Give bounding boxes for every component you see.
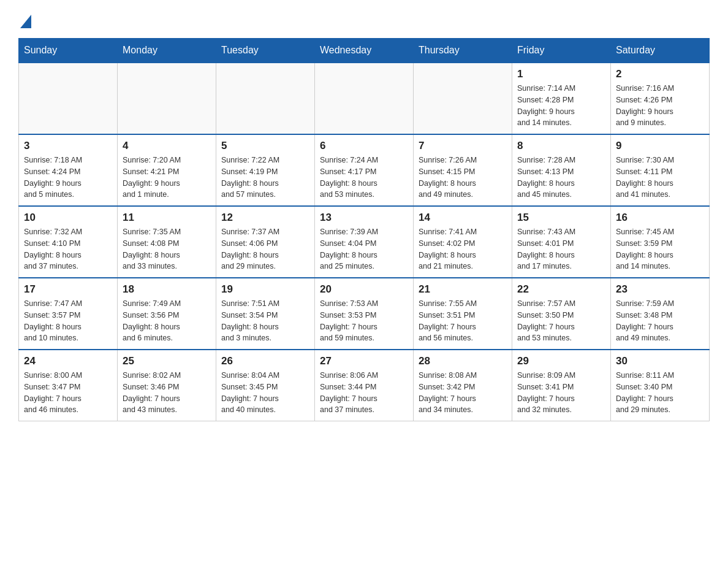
day-info: Sunrise: 7:35 AMSunset: 4:08 PMDaylight:… — [123, 226, 211, 272]
day-number: 22 — [517, 283, 605, 296]
calendar-cell: 12Sunrise: 7:37 AMSunset: 4:06 PMDayligh… — [216, 206, 315, 278]
calendar-cell: 23Sunrise: 7:59 AMSunset: 3:48 PMDayligh… — [611, 278, 710, 350]
calendar-cell: 6Sunrise: 7:24 AMSunset: 4:17 PMDaylight… — [315, 134, 414, 206]
calendar-cell: 10Sunrise: 7:32 AMSunset: 4:10 PMDayligh… — [19, 206, 118, 278]
calendar-cell: 2Sunrise: 7:16 AMSunset: 4:26 PMDaylight… — [611, 63, 710, 134]
day-number: 16 — [616, 212, 704, 224]
day-info: Sunrise: 8:06 AMSunset: 3:44 PMDaylight:… — [320, 370, 408, 416]
day-number: 2 — [616, 68, 704, 80]
calendar-cell: 13Sunrise: 7:39 AMSunset: 4:04 PMDayligh… — [315, 206, 414, 278]
calendar-cell: 15Sunrise: 7:43 AMSunset: 4:01 PMDayligh… — [512, 206, 611, 278]
day-number: 24 — [24, 355, 112, 367]
day-info: Sunrise: 8:04 AMSunset: 3:45 PMDaylight:… — [221, 370, 309, 416]
day-info: Sunrise: 7:45 AMSunset: 3:59 PMDaylight:… — [616, 226, 704, 272]
day-number: 12 — [221, 212, 309, 224]
calendar-cell: 24Sunrise: 8:00 AMSunset: 3:47 PMDayligh… — [19, 350, 118, 421]
day-number: 7 — [419, 140, 507, 152]
day-info: Sunrise: 8:09 AMSunset: 3:41 PMDaylight:… — [517, 370, 605, 416]
calendar-cell: 30Sunrise: 8:11 AMSunset: 3:40 PMDayligh… — [611, 350, 710, 421]
day-number: 23 — [616, 283, 704, 296]
day-number: 3 — [24, 140, 112, 152]
weekday-header-thursday: Thursday — [414, 39, 512, 63]
day-number: 1 — [517, 68, 605, 80]
calendar-week-3: 10Sunrise: 7:32 AMSunset: 4:10 PMDayligh… — [19, 206, 710, 278]
day-number: 11 — [123, 212, 211, 224]
calendar-cell — [118, 63, 216, 134]
day-info: Sunrise: 7:30 AMSunset: 4:11 PMDaylight:… — [616, 155, 704, 201]
calendar-cell — [216, 63, 315, 134]
day-number: 13 — [320, 212, 408, 224]
calendar-cell: 3Sunrise: 7:18 AMSunset: 4:24 PMDaylight… — [19, 134, 118, 206]
weekday-header-saturday: Saturday — [611, 39, 710, 63]
day-info: Sunrise: 8:11 AMSunset: 3:40 PMDaylight:… — [616, 370, 704, 416]
day-info: Sunrise: 7:55 AMSunset: 3:51 PMDaylight:… — [419, 298, 507, 344]
logo-triangle-icon — [20, 15, 31, 28]
calendar-cell — [315, 63, 414, 134]
day-info: Sunrise: 7:51 AMSunset: 3:54 PMDaylight:… — [221, 298, 309, 344]
calendar-cell: 14Sunrise: 7:41 AMSunset: 4:02 PMDayligh… — [414, 206, 512, 278]
day-info: Sunrise: 7:57 AMSunset: 3:50 PMDaylight:… — [517, 298, 605, 344]
day-info: Sunrise: 8:02 AMSunset: 3:46 PMDaylight:… — [123, 370, 211, 416]
day-number: 10 — [24, 212, 112, 224]
day-number: 17 — [24, 283, 112, 296]
day-number: 5 — [221, 140, 309, 152]
calendar-cell: 28Sunrise: 8:08 AMSunset: 3:42 PMDayligh… — [414, 350, 512, 421]
calendar-body: 1Sunrise: 7:14 AMSunset: 4:28 PMDaylight… — [19, 63, 710, 421]
day-number: 8 — [517, 140, 605, 152]
calendar-cell: 17Sunrise: 7:47 AMSunset: 3:57 PMDayligh… — [19, 278, 118, 350]
weekday-header-row: SundayMondayTuesdayWednesdayThursdayFrid… — [19, 39, 710, 63]
calendar-cell: 21Sunrise: 7:55 AMSunset: 3:51 PMDayligh… — [414, 278, 512, 350]
calendar-cell — [414, 63, 512, 134]
day-info: Sunrise: 7:39 AMSunset: 4:04 PMDaylight:… — [320, 226, 408, 272]
day-number: 15 — [517, 212, 605, 224]
day-info: Sunrise: 7:41 AMSunset: 4:02 PMDaylight:… — [419, 226, 507, 272]
day-info: Sunrise: 7:53 AMSunset: 3:53 PMDaylight:… — [320, 298, 408, 344]
day-info: Sunrise: 7:14 AMSunset: 4:28 PMDaylight:… — [517, 83, 605, 129]
day-number: 9 — [616, 140, 704, 152]
day-info: Sunrise: 7:49 AMSunset: 3:56 PMDaylight:… — [123, 298, 211, 344]
calendar-week-2: 3Sunrise: 7:18 AMSunset: 4:24 PMDaylight… — [19, 134, 710, 206]
day-number: 29 — [517, 355, 605, 367]
weekday-header-tuesday: Tuesday — [216, 39, 315, 63]
calendar-header: SundayMondayTuesdayWednesdayThursdayFrid… — [19, 39, 710, 63]
day-number: 30 — [616, 355, 704, 367]
day-info: Sunrise: 7:59 AMSunset: 3:48 PMDaylight:… — [616, 298, 704, 344]
day-info: Sunrise: 7:16 AMSunset: 4:26 PMDaylight:… — [616, 83, 704, 129]
calendar-cell: 20Sunrise: 7:53 AMSunset: 3:53 PMDayligh… — [315, 278, 414, 350]
calendar-week-4: 17Sunrise: 7:47 AMSunset: 3:57 PMDayligh… — [19, 278, 710, 350]
weekday-header-sunday: Sunday — [19, 39, 118, 63]
page-header — [18, 12, 710, 26]
weekday-header-monday: Monday — [118, 39, 216, 63]
calendar-cell: 11Sunrise: 7:35 AMSunset: 4:08 PMDayligh… — [118, 206, 216, 278]
day-number: 20 — [320, 283, 408, 296]
logo-line1 — [18, 12, 31, 26]
calendar-week-1: 1Sunrise: 7:14 AMSunset: 4:28 PMDaylight… — [19, 63, 710, 134]
calendar-cell: 27Sunrise: 8:06 AMSunset: 3:44 PMDayligh… — [315, 350, 414, 421]
day-number: 6 — [320, 140, 408, 152]
calendar-week-5: 24Sunrise: 8:00 AMSunset: 3:47 PMDayligh… — [19, 350, 710, 421]
day-number: 19 — [221, 283, 309, 296]
day-number: 28 — [419, 355, 507, 367]
calendar-cell: 18Sunrise: 7:49 AMSunset: 3:56 PMDayligh… — [118, 278, 216, 350]
day-info: Sunrise: 7:22 AMSunset: 4:19 PMDaylight:… — [221, 155, 309, 201]
calendar-cell: 4Sunrise: 7:20 AMSunset: 4:21 PMDaylight… — [118, 134, 216, 206]
weekday-header-friday: Friday — [512, 39, 611, 63]
day-info: Sunrise: 7:20 AMSunset: 4:21 PMDaylight:… — [123, 155, 211, 201]
calendar-cell: 22Sunrise: 7:57 AMSunset: 3:50 PMDayligh… — [512, 278, 611, 350]
day-number: 27 — [320, 355, 408, 367]
calendar-cell: 26Sunrise: 8:04 AMSunset: 3:45 PMDayligh… — [216, 350, 315, 421]
day-info: Sunrise: 7:37 AMSunset: 4:06 PMDaylight:… — [221, 226, 309, 272]
day-number: 26 — [221, 355, 309, 367]
calendar-cell: 16Sunrise: 7:45 AMSunset: 3:59 PMDayligh… — [611, 206, 710, 278]
calendar-cell: 19Sunrise: 7:51 AMSunset: 3:54 PMDayligh… — [216, 278, 315, 350]
day-info: Sunrise: 7:43 AMSunset: 4:01 PMDaylight:… — [517, 226, 605, 272]
day-number: 14 — [419, 212, 507, 224]
day-info: Sunrise: 7:26 AMSunset: 4:15 PMDaylight:… — [419, 155, 507, 201]
calendar-cell: 9Sunrise: 7:30 AMSunset: 4:11 PMDaylight… — [611, 134, 710, 206]
day-info: Sunrise: 7:18 AMSunset: 4:24 PMDaylight:… — [24, 155, 112, 201]
calendar-cell: 5Sunrise: 7:22 AMSunset: 4:19 PMDaylight… — [216, 134, 315, 206]
calendar-cell — [19, 63, 118, 134]
day-number: 18 — [123, 283, 211, 296]
day-info: Sunrise: 7:47 AMSunset: 3:57 PMDaylight:… — [24, 298, 112, 344]
calendar-table: SundayMondayTuesdayWednesdayThursdayFrid… — [18, 38, 710, 421]
